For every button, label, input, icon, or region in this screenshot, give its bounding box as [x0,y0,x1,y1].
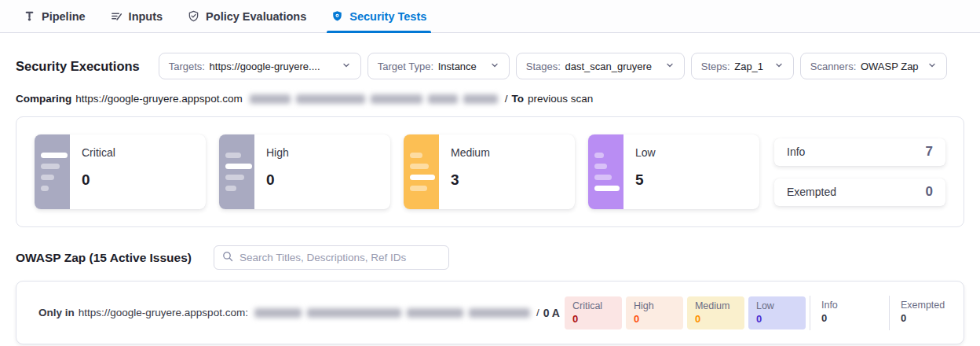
exempted-card: Exempted 0 [774,179,945,206]
tab-label: Security Tests [349,10,426,23]
high-badge: High 0 [626,296,683,329]
dropdown-value: https://google-gruyere.... [210,61,320,72]
high-bars-icon [219,134,254,209]
tab-inputs[interactable]: Inputs [111,0,163,32]
issue-row-url: https://google-gruyere.appspot.com: [79,307,248,318]
medium-bars-icon [404,134,439,209]
target-type-dropdown[interactable]: Target Type: Instance [368,53,510,79]
low-badge: Low 0 [748,296,806,329]
dropdown-label: Stages: [526,61,561,72]
page-title: Security Executions [16,59,140,74]
info-label: Info [787,145,805,158]
scanner-issues-title: OWASP Zap (15 Active Issues) [16,251,192,265]
to-label: To [511,93,524,105]
tab-policy-evaluations[interactable]: Policy Evaluations [188,0,306,32]
severity-count: 0 [82,171,115,189]
comparing-separator: / [505,93,508,105]
comparing-label: Comparing [16,93,71,105]
medium-badge: Medium 0 [687,296,744,329]
scanners-dropdown[interactable]: Scanners: OWASP Zap [800,53,947,79]
severity-summary-panel: Critical 0 High 0 Medium 3 Low 5 Info 7 … [16,116,964,227]
severity-count: 5 [635,171,656,189]
issues-search-box [214,245,449,270]
low-card: Low 5 [588,134,759,209]
dropdown-value: Zap_1 [734,61,763,72]
dropdown-value: dast_scan_gruyere [565,61,652,72]
issue-row-text: Only in https://google-gruyere.appspot.c… [38,307,560,319]
issue-row-separator: / [536,307,539,318]
redacted-text [254,308,530,318]
tab-label: Inputs [129,10,163,23]
issues-section-header: OWASP Zap (15 Active Issues) [16,245,964,270]
search-input[interactable] [240,252,441,263]
severity-label: Critical [82,146,115,159]
chevron-down-icon [665,61,675,72]
tab-security-tests[interactable]: Security Tests [331,0,426,32]
exempted-label: Exempted [787,186,836,198]
info-count: 7 [926,144,933,160]
to-value: previous scan [528,93,593,105]
only-in-label: Only in [38,307,75,318]
issue-group-row[interactable]: Only in https://google-gruyere.appspot.c… [16,281,964,344]
severity-count: 0 [266,171,289,189]
tab-label: Policy Evaluations [206,10,306,23]
dropdown-value: Instance [438,61,477,72]
pipeline-icon [24,10,35,22]
chevron-down-icon [774,61,784,72]
shield-check-icon [188,10,199,22]
tab-label: Pipeline [42,10,86,23]
chevron-down-icon [490,61,499,72]
severity-label: High [266,146,289,159]
chevron-down-icon [342,61,351,72]
low-bars-icon [588,134,623,209]
critical-badge: Critical 0 [565,296,622,329]
chevron-down-icon [927,61,937,72]
info-card: Info 7 [774,138,945,166]
shield-gear-icon [331,10,343,22]
dropdown-label: Target Type: [378,61,433,72]
dropdown-value: OWASP Zap [861,61,919,72]
severity-label: Low [635,146,656,159]
tab-pipeline[interactable]: Pipeline [24,0,86,32]
dropdown-label: Steps: [701,61,730,72]
info-badge: Info 0 [810,296,885,330]
stages-dropdown[interactable]: Stages: dast_scan_gruyere [516,53,685,79]
critical-card: Critical 0 [35,134,206,209]
exempted-badge: Exempted 0 [889,296,964,330]
comparing-url: https://google-gruyere.appspot.com [75,93,242,105]
high-card: High 0 [219,134,390,209]
redacted-text [250,94,498,104]
issue-row-count: 0 A [543,307,560,319]
dropdown-label: Targets: [169,61,205,72]
exempted-count: 0 [926,184,933,200]
execution-tabbar: Pipeline Inputs Policy Evaluations Secur… [0,0,980,33]
severity-count: 3 [451,171,490,189]
inputs-icon [111,10,122,22]
critical-bars-icon [35,134,70,209]
severity-badges: Critical 0 High 0 Medium 0 Low 0 Info 0 … [565,296,964,330]
dropdown-label: Scanners: [810,61,857,72]
security-executions-header: Security Executions Targets: https://goo… [16,53,964,79]
targets-dropdown[interactable]: Targets: https://google-gruyere.... [159,53,361,79]
comparing-line: Comparing https://google-gruyere.appspot… [16,93,964,105]
side-counts-column: Info 7 Exempted 0 [774,138,945,206]
steps-dropdown[interactable]: Steps: Zap_1 [691,53,794,79]
search-icon [222,251,233,265]
severity-label: Medium [451,146,490,159]
medium-card: Medium 3 [404,134,575,209]
